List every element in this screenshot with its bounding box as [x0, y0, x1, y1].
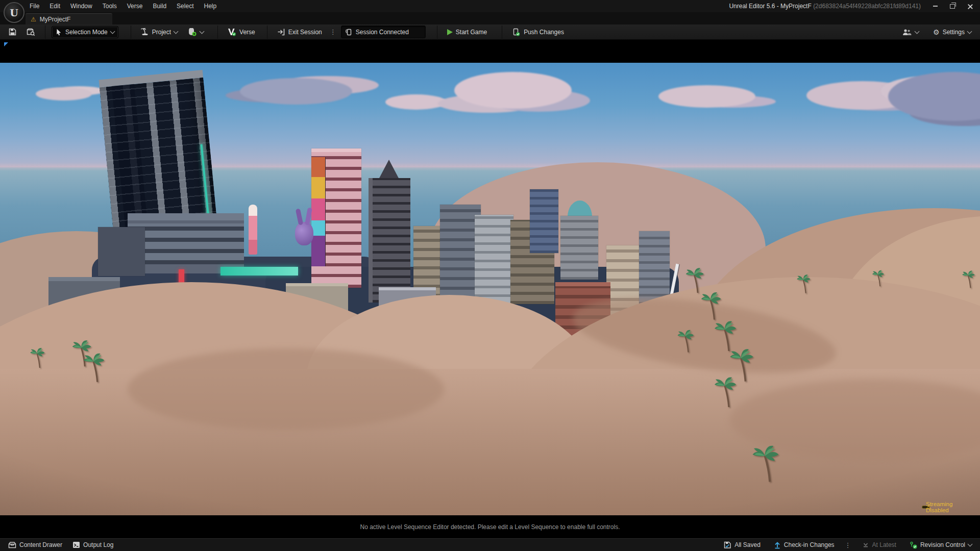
- viewport-3d[interactable]: ⚠ Streaming Disabled No active Level Seq…: [0, 40, 980, 538]
- toolbar-overflow-dots[interactable]: ⋮: [329, 28, 338, 36]
- chevron-down-icon: [174, 29, 179, 34]
- viewport-corner-marker: [4, 42, 8, 46]
- tab-myprojectf[interactable]: ⚠ MyProjectF: [26, 13, 112, 25]
- all-saved-button[interactable]: All Saved: [720, 540, 765, 550]
- save-icon: [9, 28, 16, 36]
- verse-icon: [228, 28, 236, 36]
- collaborators-dropdown[interactable]: [898, 27, 922, 38]
- island-icon: [141, 28, 149, 36]
- check-in-changes-button[interactable]: Check-in Changes: [770, 540, 839, 550]
- tab-strip: ⚠ MyProjectF: [0, 12, 980, 24]
- menu-verse[interactable]: Verse: [122, 1, 148, 12]
- unreal-logo-icon[interactable]: U: [4, 2, 24, 23]
- close-button[interactable]: [967, 4, 973, 9]
- warning-icon: ⚠: [31, 16, 36, 23]
- session-device-icon: [345, 28, 353, 36]
- unreal-editor-window: U File Edit Window Tools Verse Build Sel…: [0, 0, 980, 551]
- session-connected-status[interactable]: Session Connected: [341, 26, 426, 38]
- saved-icon: [724, 541, 731, 549]
- menu-select[interactable]: Select: [172, 1, 199, 12]
- rendered-scene: ⚠ Streaming Disabled: [0, 63, 980, 515]
- revision-control-dropdown[interactable]: Revision Control: [905, 540, 976, 550]
- tab-label: MyProjectF: [40, 16, 71, 23]
- exit-session-icon: [277, 28, 285, 36]
- push-changes-icon: [512, 28, 521, 36]
- project-dropdown[interactable]: Project: [137, 26, 181, 38]
- menu-help[interactable]: Help: [199, 1, 222, 12]
- chevron-down-icon: [967, 29, 972, 34]
- status-overflow-dots[interactable]: ⋮: [844, 541, 853, 549]
- play-icon: [447, 29, 453, 35]
- drawer-icon: [8, 541, 16, 548]
- at-latest-button[interactable]: At Latest: [858, 540, 900, 550]
- gear-icon: ⚙: [933, 28, 940, 36]
- push-changes-button[interactable]: Push Changes: [508, 26, 568, 38]
- add-device-dropdown[interactable]: [184, 26, 207, 38]
- cursor-icon: [56, 29, 62, 36]
- save-all-button[interactable]: [5, 26, 20, 38]
- menu-bar: File Edit Window Tools Verse Build Selec…: [24, 1, 222, 12]
- content-drawer-button[interactable]: Content Drawer: [4, 540, 66, 550]
- menu-tools[interactable]: Tools: [97, 1, 122, 12]
- chevron-down-icon: [200, 29, 205, 34]
- verse-button[interactable]: Verse: [224, 26, 259, 38]
- minimize-button[interactable]: [933, 6, 938, 7]
- people-icon: [902, 29, 912, 36]
- exit-session-button[interactable]: Exit Session: [274, 26, 326, 38]
- selection-mode-dropdown[interactable]: Selection Mode: [52, 26, 118, 38]
- chevron-down-icon: [110, 29, 115, 34]
- vignette-overlay: [0, 63, 980, 515]
- revision-control-icon: [910, 541, 917, 549]
- menu-edit[interactable]: Edit: [44, 1, 65, 12]
- streaming-disabled-badge: ⚠ Streaming Disabled: [922, 506, 930, 509]
- content-drawer-toolbar-button[interactable]: [23, 26, 39, 38]
- sequencer-message: No active Level Sequence Editor detected…: [0, 515, 980, 538]
- menu-build[interactable]: Build: [148, 1, 172, 12]
- menu-file[interactable]: File: [24, 1, 44, 12]
- content-drawer-icon: [27, 28, 35, 36]
- output-log-button[interactable]: Output Log: [68, 540, 117, 550]
- at-latest-icon: [862, 541, 869, 548]
- start-game-button[interactable]: Start Game: [444, 27, 491, 38]
- title-bar: U File Edit Window Tools Verse Build Sel…: [0, 0, 980, 12]
- device-add-icon: [188, 28, 197, 36]
- menu-window[interactable]: Window: [65, 1, 97, 12]
- status-bar: Content Drawer Output Log All Saved Chec…: [0, 538, 980, 551]
- chevron-down-icon: [915, 29, 920, 34]
- window-title: Unreal Editor 5.6 - MyProjectF (2d683824…: [729, 3, 921, 10]
- restore-button[interactable]: [950, 4, 955, 9]
- settings-dropdown[interactable]: ⚙ Settings: [929, 26, 975, 38]
- main-toolbar: Selection Mode Project Verse Exit Sessio…: [0, 24, 980, 40]
- terminal-icon: [72, 541, 80, 548]
- check-in-arrow-icon: [774, 541, 781, 549]
- chevron-down-icon: [968, 542, 973, 547]
